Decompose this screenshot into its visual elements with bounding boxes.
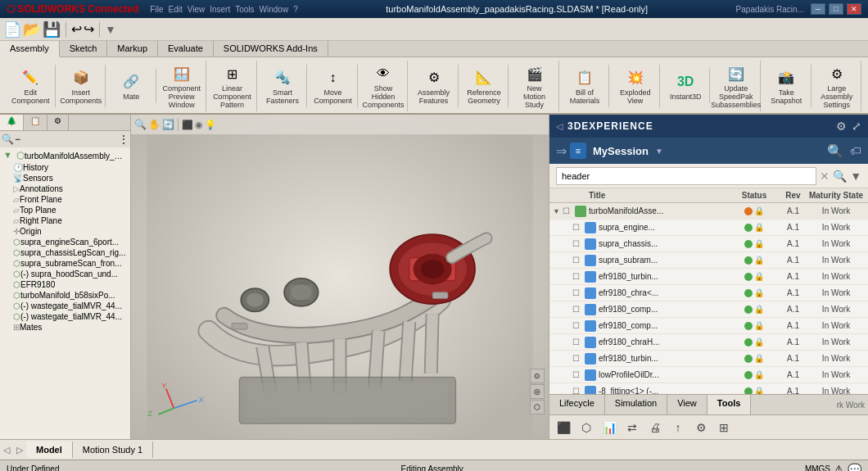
- result-row[interactable]: ☐ supra_chassis... 🔒 A.1 In Work: [549, 236, 868, 252]
- lp-tab-tree[interactable]: 🌲: [0, 115, 24, 130]
- component-preview-btn[interactable]: 🪟 ComponentPreviewWindow: [162, 61, 201, 111]
- restore-button[interactable]: □: [829, 3, 843, 15]
- lp-tab-config[interactable]: ⚙: [47, 115, 69, 130]
- tree-item-origin[interactable]: ✛ Origin: [2, 226, 129, 237]
- tree-item-right-plane[interactable]: ▱ Right Plane: [2, 215, 129, 226]
- result-row[interactable]: ☐ supra_subram... 🔒 A.1 In Work: [549, 252, 868, 269]
- result-row[interactable]: ☐ efr9180_turbin... 🔒 A.1 In Work: [549, 351, 868, 367]
- redo-icon[interactable]: ↪: [84, 21, 94, 37]
- tree-item-wastegate1[interactable]: ⬡ (-) wastegate_tialMVR_44...: [2, 301, 129, 311]
- col-rev-header[interactable]: Rev: [779, 191, 807, 200]
- search-input[interactable]: [556, 167, 816, 185]
- tree-item-main-asm[interactable]: ▼ ⬡ turboManifoldAssembly_pap: [2, 149, 129, 162]
- tool-btn-1[interactable]: ⬡: [576, 418, 597, 437]
- vp-display-icon[interactable]: ◉: [195, 120, 203, 130]
- row-checkbox-1[interactable]: ☐: [572, 223, 582, 232]
- result-row[interactable]: ☐ -8_fitting<1> (-... 🔒 A.1 In Work: [549, 383, 868, 394]
- tab-evaluate[interactable]: Evaluate: [158, 41, 214, 57]
- vp-zoom-icon[interactable]: 🔍: [134, 119, 147, 130]
- speedpak-btn[interactable]: 🔄 UpdateSpeedPakSubassemblies: [717, 61, 756, 111]
- row-checkbox-0[interactable]: ☐: [563, 206, 572, 215]
- result-row[interactable]: ☐ supra_engine... 🔒 A.1 In Work: [549, 220, 868, 236]
- menu-view[interactable]: View: [188, 5, 206, 14]
- row-checkbox-4[interactable]: ☐: [572, 272, 582, 281]
- tool-btn-4[interactable]: 🖨: [644, 418, 666, 437]
- tree-item-hood[interactable]: ⬡ (-) supra_hoodScan_und...: [2, 269, 129, 279]
- col-status-header[interactable]: Status: [730, 191, 779, 200]
- tree-item-wastegate2[interactable]: ⬡ (-) wastegate_tialMVR_44...: [2, 311, 129, 322]
- linear-pattern-btn[interactable]: ⊞ Linear ComponentPattern: [212, 61, 251, 111]
- tools-tab-simulation[interactable]: Simulation: [605, 395, 667, 414]
- reference-geometry-btn[interactable]: 📐 ReferenceGeometry: [464, 65, 504, 107]
- tab-markup[interactable]: Markup: [107, 41, 158, 57]
- search-go-icon[interactable]: 🔍: [833, 170, 847, 183]
- tab-model[interactable]: Model: [26, 442, 73, 458]
- row-checkbox-5[interactable]: ☐: [572, 288, 582, 297]
- panel-collapse-icon[interactable]: ◁: [556, 121, 563, 132]
- tree-item-subframe[interactable]: ⬡ supra_subrameScan_fron...: [2, 258, 129, 269]
- tree-item-annotations[interactable]: ▷ Annotations: [2, 183, 129, 194]
- new-motion-btn[interactable]: 🎬 NewMotionStudy: [515, 61, 554, 111]
- row-checkbox-8[interactable]: ☐: [572, 337, 582, 346]
- tab-assembly[interactable]: Assembly: [0, 41, 60, 57]
- vp-view-icon[interactable]: ⬛: [182, 120, 193, 130]
- view-front-btn[interactable]: ⊙: [530, 369, 545, 383]
- tree-item-manifold[interactable]: ⬡ turboManifold_b58sixPo...: [2, 290, 129, 301]
- tree-item-efr[interactable]: ⬡ EFR9180: [2, 279, 129, 290]
- col-maturity-header[interactable]: Maturity State: [807, 191, 865, 200]
- row-checkbox-3[interactable]: ☐: [572, 256, 582, 265]
- tree-item-mates[interactable]: ⊞ Mates: [2, 322, 129, 333]
- insert-components-btn[interactable]: 📦 InsertComponents: [61, 65, 101, 107]
- panel-maximize-icon[interactable]: ⤢: [852, 120, 861, 133]
- tab-motion-study[interactable]: Motion Study 1: [73, 442, 153, 458]
- tree-options-icon[interactable]: ⋮: [119, 134, 129, 145]
- filter-tree-icon[interactable]: 🔍: [2, 134, 14, 145]
- tools-tab-lifecycle[interactable]: Lifecycle: [549, 395, 605, 414]
- tool-btn-6[interactable]: ⚙: [690, 418, 712, 437]
- tool-btn-3[interactable]: ⇄: [622, 418, 643, 437]
- result-row[interactable]: ☐ efr9180_turbin... 🔒 A.1 In Work: [549, 269, 868, 285]
- assembly-features-btn[interactable]: ⚙ AssemblyFeatures: [414, 65, 454, 107]
- col-title-header[interactable]: Title: [589, 191, 730, 200]
- move-component-btn[interactable]: ↕ MoveComponent: [313, 65, 352, 107]
- search-filter-icon[interactable]: ▼: [850, 170, 861, 183]
- tree-item-sensors[interactable]: 📡 Sensors: [2, 173, 129, 183]
- large-assembly-btn[interactable]: ⚙ LargeAssemblySettings: [817, 61, 857, 111]
- tree-item-history[interactable]: 🕐 History: [2, 162, 129, 173]
- show-hidden-btn[interactable]: 👁 ShowHiddenComponents: [364, 61, 403, 111]
- result-row[interactable]: ☐ efr9180_chraH... 🔒 A.1 In Work: [549, 334, 868, 351]
- minimize-button[interactable]: ─: [811, 3, 825, 15]
- new-icon[interactable]: 📄: [3, 20, 21, 38]
- row-checkbox-10[interactable]: ☐: [572, 370, 582, 379]
- collapse-tree-icon[interactable]: −: [15, 134, 20, 145]
- row-expand-0[interactable]: ▼: [553, 207, 563, 215]
- result-row[interactable]: ▼ ☐ turboManifoldAsse... 🔒 A.1 In Work: [549, 203, 868, 220]
- bill-of-materials-btn[interactable]: 📋 Bill ofMaterials: [565, 65, 604, 107]
- snapshot-btn[interactable]: 📸 TakeSnapshot: [766, 65, 806, 107]
- row-checkbox-6[interactable]: ☐: [572, 305, 582, 314]
- tool-btn-2[interactable]: 📊: [599, 418, 620, 437]
- result-row[interactable]: ☐ efr9180_comp... 🔒 A.1 In Work: [549, 318, 868, 334]
- scroll-left-icon[interactable]: ◁: [0, 442, 13, 459]
- menu-edit[interactable]: Edit: [168, 5, 182, 14]
- row-checkbox-9[interactable]: ☐: [572, 354, 582, 363]
- exploded-view-btn[interactable]: 💥 ExplodedView: [616, 65, 655, 107]
- result-row[interactable]: ☐ efr9180_comp... 🔒 A.1 In Work: [549, 301, 868, 318]
- vp-pan-icon[interactable]: ✋: [148, 119, 160, 130]
- session-nav-icon[interactable]: ⇒: [556, 143, 567, 159]
- menu-tools[interactable]: Tools: [235, 5, 254, 14]
- open-icon[interactable]: 📂: [23, 20, 41, 38]
- tree-item-top-plane[interactable]: ▱ Top Plane: [2, 205, 129, 215]
- scroll-right-icon[interactable]: ▷: [13, 442, 26, 459]
- row-checkbox-2[interactable]: ☐: [572, 239, 582, 248]
- row-checkbox-7[interactable]: ☐: [572, 321, 582, 330]
- tool-btn-0[interactable]: ⬛: [553, 418, 574, 437]
- search-clear-icon[interactable]: ✕: [820, 170, 830, 183]
- menu-file[interactable]: File: [150, 5, 163, 14]
- tools-tab-view[interactable]: View: [667, 395, 708, 414]
- vp-light-icon[interactable]: 💡: [205, 120, 216, 130]
- viewport[interactable]: 🔍 ✋ 🔄 ⬛ ◉ 💡: [131, 115, 549, 439]
- menu-insert[interactable]: Insert: [210, 5, 230, 14]
- undo-icon[interactable]: ↩: [71, 21, 82, 37]
- mate-btn[interactable]: 🔗 Mate: [111, 69, 151, 103]
